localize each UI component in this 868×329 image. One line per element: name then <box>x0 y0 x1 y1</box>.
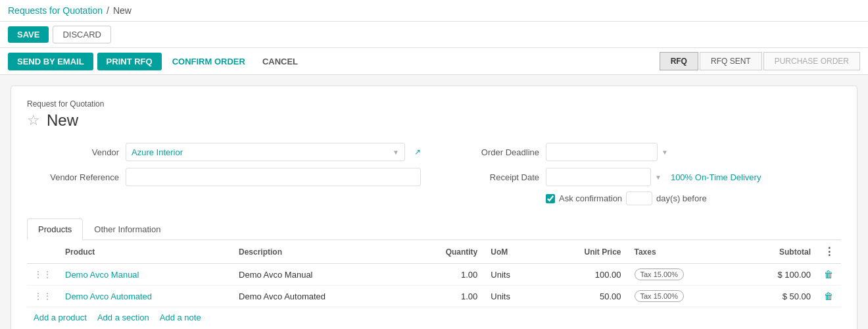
tab-other-information[interactable]: Other Information <box>83 218 172 240</box>
col-unit-price: Unit Price <box>541 240 627 264</box>
receipt-date-field-row: Receipt Date 07/04/2021 15:30:00 ▼ 100% … <box>447 168 841 186</box>
uom-cell: Units <box>484 286 541 307</box>
form-card: Request for Quotation ☆ New Vendor Azure… <box>11 86 857 329</box>
order-deadline-label: Order Deadline <box>447 147 539 157</box>
on-time-delivery-label: 100% On-Time Delivery <box>671 172 761 182</box>
delete-row-icon[interactable]: 🗑 <box>824 269 833 280</box>
add-note-link[interactable]: Add a note <box>160 313 201 322</box>
form-fields: Vendor Azure Interior ▼ ↗ Vendor Referen… <box>27 143 841 205</box>
left-fields: Vendor Azure Interior ▼ ↗ Vendor Referen… <box>27 143 421 205</box>
drag-handle-icon[interactable]: ⋮⋮ <box>34 291 52 301</box>
form-title: New <box>47 111 78 130</box>
ask-confirmation-days-input[interactable]: 1 <box>626 191 652 205</box>
delete-cell: 🗑 <box>817 264 841 286</box>
col-quantity: Quantity <box>406 240 484 264</box>
confirm-order-button[interactable]: CONFIRM ORDER <box>166 53 252 70</box>
column-settings-icon[interactable]: ⋮ <box>824 246 834 257</box>
vendor-label: Vendor <box>27 147 119 157</box>
tax-badge: Tax 15.00% <box>635 268 684 280</box>
receipt-date-dropdown-arrow[interactable]: ▼ <box>655 174 662 181</box>
ask-confirmation-row: Ask confirmation 1 day(s) before <box>546 191 841 205</box>
main-content: Request for Quotation ☆ New Vendor Azure… <box>0 75 868 329</box>
col-taxes: Taxes <box>628 240 737 264</box>
order-deadline-dropdown-arrow[interactable]: ▼ <box>662 149 668 156</box>
vendor-field-row: Vendor Azure Interior ▼ ↗ <box>27 143 421 161</box>
products-table: Product Description Quantity UoM Unit Pr… <box>27 240 841 307</box>
save-button[interactable]: SAVE <box>8 26 49 43</box>
description-cell: Demo Avco Manual <box>232 264 406 286</box>
vendor-dropdown-arrow: ▼ <box>393 149 399 156</box>
form-section-label: Request for Quotation <box>27 99 841 109</box>
breadcrumb-parent[interactable]: Requests for Quotation <box>8 5 103 16</box>
tax-cell: Tax 15.00% <box>628 264 737 286</box>
subtotal-cell: $ 100.00 <box>736 264 817 286</box>
status-rfq-sent[interactable]: RFQ SENT <box>700 52 762 70</box>
col-description: Description <box>232 240 406 264</box>
tax-badge: Tax 15.00% <box>635 290 684 302</box>
uom-cell: Units <box>484 264 541 286</box>
breadcrumb: Requests for Quotation / New <box>8 5 132 16</box>
vendor-ref-field-row: Vendor Reference <box>27 168 421 186</box>
breadcrumb-bar: Requests for Quotation / New <box>0 0 868 22</box>
receipt-date-label: Receipt Date <box>447 172 539 182</box>
vendor-value: Azure Interior <box>132 147 183 157</box>
discard-button[interactable]: DISCARD <box>53 26 111 43</box>
ask-confirmation-checkbox[interactable] <box>546 194 555 203</box>
unit-price-cell: 50.00 <box>541 286 627 307</box>
favorite-star-icon[interactable]: ☆ <box>27 112 40 129</box>
delete-cell: 🗑 <box>817 286 841 307</box>
vendor-reference-input[interactable] <box>126 168 421 186</box>
order-deadline-field-row: Order Deadline 07/04/2021 22:06:08 ▼ <box>447 143 841 161</box>
table-header-row: Product Description Quantity UoM Unit Pr… <box>27 240 841 264</box>
status-rfq[interactable]: RFQ <box>660 52 698 70</box>
add-links: Add a product Add a section Add a note <box>27 307 841 328</box>
tab-products[interactable]: Products <box>27 218 83 240</box>
delete-row-icon[interactable]: 🗑 <box>824 291 833 301</box>
col-uom: UoM <box>484 240 541 264</box>
vendor-reference-label: Vendor Reference <box>27 172 119 182</box>
product-cell: Demo Avco Manual <box>59 264 232 286</box>
status-bar: RFQ RFQ SENT PURCHASE ORDER <box>660 52 860 70</box>
drag-handle-cell: ⋮⋮ <box>27 286 59 307</box>
col-product: Product <box>59 240 232 264</box>
add-product-link[interactable]: Add a product <box>34 313 87 322</box>
order-deadline-input[interactable]: 07/04/2021 22:06:08 <box>546 143 658 161</box>
breadcrumb-separator: / <box>107 5 109 16</box>
drag-handle-icon[interactable]: ⋮⋮ <box>34 269 52 280</box>
description-cell: Demo Avco Automated <box>232 286 406 307</box>
subtotal-cell: $ 50.00 <box>736 286 817 307</box>
ask-confirmation-label: Ask confirmation <box>559 193 622 203</box>
print-rfq-button[interactable]: PRINT RFQ <box>97 53 162 70</box>
tax-cell: Tax 15.00% <box>628 286 737 307</box>
table-row: ⋮⋮ Demo Avco Manual Demo Avco Manual 1.0… <box>27 264 841 286</box>
breadcrumb-current: New <box>113 5 132 16</box>
col-subtotal: Subtotal <box>736 240 817 264</box>
send-by-email-button[interactable]: SEND BY EMAIL <box>8 53 93 70</box>
form-title-area: ☆ New <box>27 111 841 130</box>
product-cell: Demo Avco Automated <box>59 286 232 307</box>
order-deadline-wrap: 07/04/2021 22:06:08 ▼ <box>546 143 668 161</box>
save-bar: SAVE DISCARD <box>0 22 868 48</box>
receipt-date-input[interactable]: 07/04/2021 15:30:00 <box>546 168 651 186</box>
right-fields: Order Deadline 07/04/2021 22:06:08 ▼ Rec… <box>447 143 841 205</box>
product-link[interactable]: Demo Avco Manual <box>65 270 139 280</box>
table-row: ⋮⋮ Demo Avco Automated Demo Avco Automat… <box>27 286 841 307</box>
cancel-button[interactable]: CANCEL <box>256 53 304 70</box>
drag-handle-cell: ⋮⋮ <box>27 264 59 286</box>
action-bar: SEND BY EMAIL PRINT RFQ CONFIRM ORDER CA… <box>0 48 868 75</box>
add-section-link[interactable]: Add a section <box>97 313 149 322</box>
quantity-cell: 1.00 <box>406 286 484 307</box>
ask-confirmation-suffix: day(s) before <box>656 193 707 203</box>
product-link[interactable]: Demo Avco Automated <box>65 291 152 301</box>
col-drag <box>27 240 59 264</box>
status-purchase-order[interactable]: PURCHASE ORDER <box>763 52 860 70</box>
quantity-cell: 1.00 <box>406 264 484 286</box>
col-menu[interactable]: ⋮ <box>817 240 841 264</box>
vendor-external-link-icon[interactable]: ↗ <box>414 147 421 157</box>
receipt-date-row: 07/04/2021 15:30:00 ▼ 100% On-Time Deliv… <box>546 168 761 186</box>
unit-price-cell: 100.00 <box>541 264 627 286</box>
tabs: Products Other Information <box>27 218 841 240</box>
vendor-select[interactable]: Azure Interior ▼ <box>126 143 405 161</box>
